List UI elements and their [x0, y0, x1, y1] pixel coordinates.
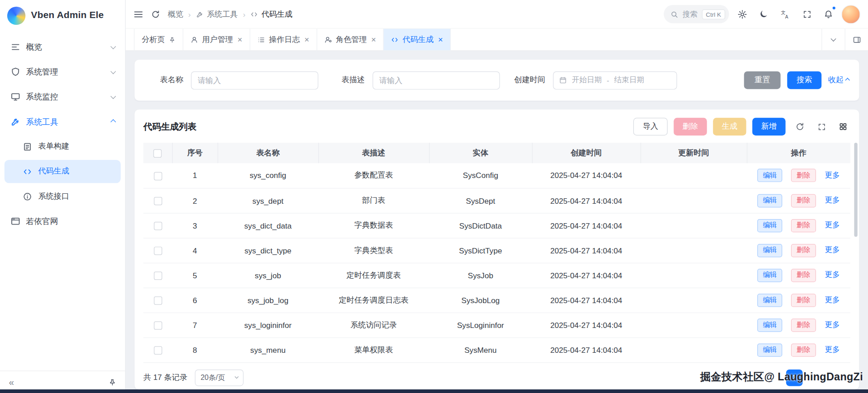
more-link[interactable]: 更多: [825, 271, 840, 279]
select-all-checkbox[interactable]: [153, 149, 161, 157]
edit-button[interactable]: 编辑: [757, 243, 782, 257]
row-checkbox[interactable]: [154, 271, 162, 280]
page-size-select[interactable]: 20条/页: [195, 369, 244, 386]
more-link[interactable]: 更多: [825, 196, 840, 204]
row-checkbox[interactable]: [154, 346, 162, 354]
tab-label: 代码生成: [403, 35, 434, 45]
tab-list-dropdown-button[interactable]: [821, 29, 844, 51]
delete-button[interactable]: 删除: [791, 219, 816, 232]
table-row[interactable]: 8 sys_menu 菜单权限表 SysMenu 2025-04-27 14:0…: [143, 337, 850, 362]
more-link[interactable]: 更多: [825, 171, 840, 179]
import-button[interactable]: 导入: [633, 118, 668, 136]
tab-role-management[interactable]: 角色管理 ×: [317, 29, 384, 51]
settings-button[interactable]: [733, 5, 750, 23]
breadcrumb-item-overview[interactable]: 概览: [168, 9, 183, 19]
content-maximize-button[interactable]: [845, 29, 868, 51]
row-checkbox[interactable]: [154, 222, 162, 230]
edit-button[interactable]: 编辑: [757, 194, 782, 207]
edit-button[interactable]: 编辑: [757, 219, 782, 232]
edit-button[interactable]: 编辑: [757, 268, 782, 281]
fullscreen-button[interactable]: [798, 5, 816, 23]
table-desc-input[interactable]: [373, 71, 500, 89]
row-checkbox[interactable]: [154, 197, 162, 205]
cell-table-desc: 参数配置表: [318, 163, 429, 188]
sidebar-item-overview[interactable]: 概览: [5, 35, 121, 58]
hamburger-icon[interactable]: [133, 9, 143, 19]
cell-index: 7: [172, 313, 217, 337]
more-link[interactable]: 更多: [825, 345, 840, 353]
close-icon[interactable]: ×: [304, 35, 309, 43]
reset-button[interactable]: 重置: [744, 71, 781, 89]
fullscreen-icon: [817, 122, 826, 131]
logo[interactable]: Vben Admin Ele: [0, 0, 125, 31]
avatar[interactable]: [841, 5, 860, 23]
dark-mode-toggle[interactable]: [755, 5, 772, 23]
sidebar-item-system-management[interactable]: 系统管理: [5, 60, 121, 83]
end-date-placeholder: 结束日期: [614, 75, 644, 85]
col-index: 序号: [172, 143, 217, 163]
add-button[interactable]: 新增: [752, 118, 785, 136]
more-link[interactable]: 更多: [825, 320, 840, 328]
breadcrumb-item-code-generation[interactable]: 代码生成: [250, 9, 292, 19]
pin-icon[interactable]: [108, 379, 116, 386]
generate-button[interactable]: 生成: [713, 118, 746, 136]
tab-user-management[interactable]: 用户管理 ×: [183, 29, 250, 51]
delete-button[interactable]: 删除: [791, 343, 816, 356]
close-icon[interactable]: ×: [371, 35, 376, 43]
cell-created-at: 2025-04-27 14:04:04: [532, 288, 641, 313]
tab-operation-log[interactable]: 操作日志 ×: [250, 29, 317, 51]
more-link[interactable]: 更多: [825, 221, 840, 229]
delete-button[interactable]: 删除: [791, 194, 816, 207]
close-icon[interactable]: ×: [438, 35, 443, 43]
table-scrollbar[interactable]: [854, 143, 857, 237]
bulk-delete-button[interactable]: 删除: [674, 118, 707, 136]
table-row[interactable]: 2 sys_dept 部门表 SysDept 2025-04-27 14:04:…: [143, 188, 850, 213]
list-card-header: 代码生成列表 导入 删除 生成 新增: [135, 109, 859, 142]
delete-button[interactable]: 删除: [791, 318, 816, 332]
delete-button[interactable]: 删除: [791, 169, 816, 182]
edit-button[interactable]: 编辑: [757, 169, 782, 182]
table-row[interactable]: 7 sys_logininfor 系统访问记录 SysLogininfor 20…: [143, 313, 850, 337]
sidebar-item-ruoyi-website[interactable]: 若依官网: [5, 210, 121, 233]
edit-button[interactable]: 编辑: [757, 343, 782, 356]
sidebar-item-system-tools[interactable]: 系统工具: [5, 110, 121, 133]
table-row[interactable]: 4 sys_dict_type 字典类型表 SysDictType 2025-0…: [143, 238, 850, 263]
sidebar-item-system-monitor[interactable]: 系统监控: [5, 85, 121, 108]
date-range-picker[interactable]: 开始日期 - 结束日期: [553, 71, 677, 89]
cell-actions: 编辑 删除 更多: [747, 288, 850, 313]
delete-button[interactable]: 删除: [791, 268, 816, 281]
edit-button[interactable]: 编辑: [757, 294, 782, 307]
search-button[interactable]: 搜索: [787, 71, 821, 89]
pin-icon[interactable]: [169, 36, 175, 43]
tab-code-generation[interactable]: 代码生成 ×: [384, 29, 451, 51]
sidebar-item-code-generation[interactable]: 代码生成: [5, 160, 121, 183]
table-refresh-button[interactable]: [793, 119, 807, 134]
table-fullscreen-button[interactable]: [814, 119, 829, 134]
edit-button[interactable]: 编辑: [757, 318, 782, 332]
delete-button[interactable]: 删除: [791, 243, 816, 257]
row-checkbox[interactable]: [154, 296, 162, 304]
table-row[interactable]: 3 sys_dict_data 字典数据表 SysDictData 2025-0…: [143, 213, 850, 238]
more-link[interactable]: 更多: [825, 295, 840, 304]
refresh-icon[interactable]: [151, 9, 160, 19]
table-name-input[interactable]: [191, 71, 318, 89]
row-checkbox[interactable]: [154, 247, 162, 255]
tab-analysis[interactable]: 分析页: [134, 29, 183, 51]
sidebar-item-system-api[interactable]: 系统接口: [5, 185, 121, 208]
table-row[interactable]: 1 sys_config 参数配置表 SysConfig 2025-04-27 …: [143, 163, 850, 188]
delete-button[interactable]: 删除: [791, 294, 816, 307]
collapse-filter-link[interactable]: 收起: [828, 75, 849, 85]
table-row[interactable]: 5 sys_job 定时任务调度表 SysJob 2025-04-27 14:0…: [143, 263, 850, 288]
column-settings-button[interactable]: [836, 119, 850, 134]
notifications-button[interactable]: [820, 5, 837, 23]
collapse-sidebar-icon[interactable]: «: [9, 378, 14, 387]
language-switch-button[interactable]: 文A: [777, 5, 794, 23]
close-icon[interactable]: ×: [237, 35, 242, 43]
table-row[interactable]: 6 sys_job_log 定时任务调度日志表 SysJobLog 2025-0…: [143, 288, 850, 313]
row-checkbox[interactable]: [154, 172, 162, 180]
global-search-input[interactable]: 搜索 Ctrl K: [664, 5, 729, 23]
more-link[interactable]: 更多: [825, 246, 840, 254]
row-checkbox[interactable]: [154, 321, 162, 329]
breadcrumb-item-system-tools[interactable]: 系统工具: [196, 9, 238, 19]
sidebar-item-form-builder[interactable]: 表单构建: [5, 135, 121, 158]
